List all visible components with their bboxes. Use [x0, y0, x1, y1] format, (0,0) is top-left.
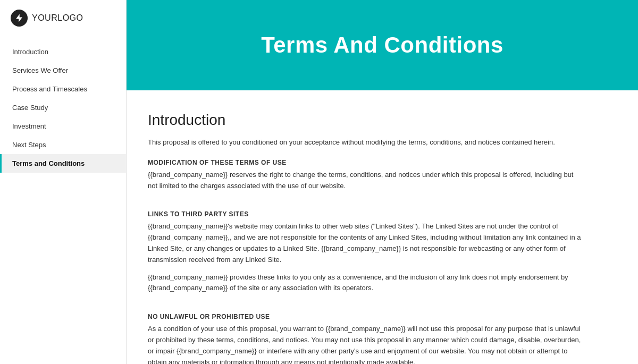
- sidebar-item-investment[interactable]: Investment: [0, 117, 126, 136]
- sidebar-item-process[interactable]: Process and Timescales: [0, 80, 126, 98]
- bolt-icon: [11, 10, 28, 27]
- svg-marker-0: [16, 14, 22, 22]
- logo-area: YOURLOGO: [0, 0, 126, 37]
- intro-heading: Introduction: [148, 112, 584, 129]
- main-nav: Introduction Services We Offer Process a…: [0, 43, 126, 173]
- sidebar-item-introduction[interactable]: Introduction: [0, 43, 126, 61]
- section-links-text2: {{brand_company_name}} provides these li…: [148, 272, 584, 294]
- sidebar-item-next-steps[interactable]: Next Steps: [0, 136, 126, 154]
- sidebar-item-case-study[interactable]: Case Study: [0, 98, 126, 117]
- page-banner: Terms And Conditions: [127, 0, 638, 90]
- section-unlawful-text: As a condition of your use of this propo…: [148, 324, 584, 364]
- sidebar-item-services[interactable]: Services We Offer: [0, 61, 126, 80]
- section-links: LINKS TO THIRD PARTY SITES {{brand_compa…: [148, 210, 584, 294]
- section-unlawful: NO UNLAWFUL OR PROHIBITED USE As a condi…: [148, 313, 584, 364]
- section-modification-title: MODIFICATION OF THESE TERMS OF USE: [148, 159, 584, 166]
- logo-text: YOURLOGO: [32, 13, 83, 23]
- section-modification-text: {{brand_company_name}} reserves the righ…: [148, 170, 584, 192]
- page-title: Terms And Conditions: [261, 32, 503, 58]
- content-area: Introduction This proposal is offered to…: [127, 90, 605, 364]
- sidebar: YOURLOGO Introduction Services We Offer …: [0, 0, 127, 364]
- sidebar-item-terms[interactable]: Terms and Conditions: [0, 154, 126, 173]
- section-links-text1: {{brand_company_name}}'s website may con…: [148, 221, 584, 265]
- intro-text: This proposal is offered to you conditio…: [148, 137, 584, 148]
- section-links-title: LINKS TO THIRD PARTY SITES: [148, 210, 584, 218]
- main-content: Terms And Conditions Introduction This p…: [127, 0, 638, 364]
- logo-bold: YOUR: [32, 13, 57, 22]
- section-modification: MODIFICATION OF THESE TERMS OF USE {{bra…: [148, 159, 584, 192]
- logo-light: LOGO: [57, 13, 83, 22]
- section-unlawful-title: NO UNLAWFUL OR PROHIBITED USE: [148, 313, 584, 320]
